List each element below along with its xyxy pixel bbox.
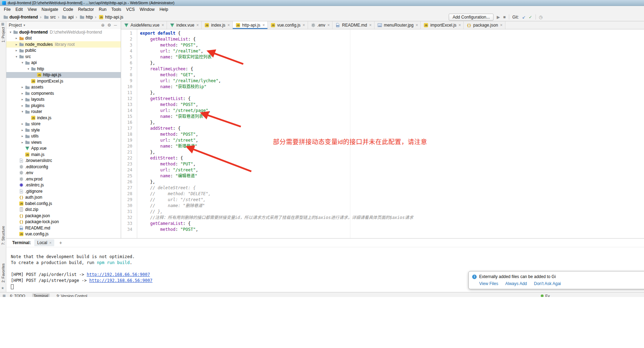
tree-item-gitignore[interactable]: .gitignore xyxy=(6,188,121,194)
tool-button-terminal[interactable]: Terminal xyxy=(32,293,50,297)
terminal-tab-local[interactable]: Local × xyxy=(34,239,54,246)
tool-button-project[interactable]: 1: Project xyxy=(0,27,6,42)
chevron-right-icon[interactable]: ▸ xyxy=(14,43,19,46)
tree-item-assets[interactable]: ▸assets xyxy=(6,84,121,91)
chevron-right-icon[interactable]: ▸ xyxy=(20,92,24,95)
code-line[interactable]: url: "/realTime/lychee", xyxy=(140,78,644,84)
code-line[interactable]: getCameraList: { xyxy=(140,221,644,227)
tree-item-app-vue[interactable]: App.vue xyxy=(6,145,121,152)
chevron-down-icon[interactable]: ▾ xyxy=(8,30,13,34)
tool-button-favorites[interactable]: 2: Favorites xyxy=(0,263,6,283)
line-number[interactable]: 28 xyxy=(121,191,132,197)
line-number[interactable]: 6 xyxy=(121,60,132,66)
code-line[interactable]: }, xyxy=(140,179,644,185)
line-number[interactable]: 2 xyxy=(121,36,132,42)
editor-tab-menurouter-jpg[interactable]: menuRouter.jpg× xyxy=(374,21,421,29)
menu-view[interactable]: View xyxy=(25,6,39,13)
code-line[interactable]: // }, xyxy=(140,209,644,215)
chevron-right-icon[interactable]: ▸ xyxy=(20,104,24,107)
close-icon[interactable]: × xyxy=(196,23,199,28)
code-line[interactable]: name: "获取巷道列表" xyxy=(140,114,644,120)
close-icon[interactable]: × xyxy=(415,23,418,28)
code-line[interactable]: method: "POST", xyxy=(140,42,644,48)
line-number[interactable]: 14 xyxy=(121,108,132,114)
tool-button-9-version-control[interactable]: 9: Version Control xyxy=(55,293,89,297)
code-line[interactable]: name: "获取荔枝的ip" xyxy=(140,84,644,90)
line-number[interactable]: 8 xyxy=(121,72,132,78)
tree-item-package-json[interactable]: {}package.json xyxy=(6,213,121,219)
history-icon[interactable]: ◷ xyxy=(539,15,542,19)
line-number[interactable]: 30 xyxy=(121,203,132,209)
tree-item-vue-config-js[interactable]: JSvue.config.js xyxy=(6,231,121,237)
code-line[interactable]: // url: "/street", xyxy=(140,197,644,203)
code-line[interactable]: editStreet: { xyxy=(140,155,644,161)
tree-item-eslintrc-js[interactable]: .eslintrc.js xyxy=(6,182,121,189)
tree-item-env-prod[interactable]: .env.prod xyxy=(6,176,121,182)
menu-refactor[interactable]: Refactor xyxy=(76,6,96,13)
code-line[interactable]: }, xyxy=(140,149,644,155)
code-line[interactable]: method: "POST", xyxy=(140,227,644,233)
code-line[interactable]: method: "GET", xyxy=(140,72,644,78)
tree-item-package-lock-json[interactable]: {}package-lock.json xyxy=(6,219,121,225)
line-number[interactable]: 17 xyxy=(121,126,132,132)
locate-icon[interactable]: ⊕ xyxy=(100,23,106,28)
line-number[interactable]: 31 xyxy=(121,209,132,215)
tree-item-router[interactable]: ▾router xyxy=(6,109,121,115)
notification-action-always-add[interactable]: Always Add xyxy=(505,281,527,286)
line-number[interactable]: 19 xyxy=(121,137,132,143)
tree-item-editorconfig[interactable]: .editorconfig xyxy=(6,164,121,170)
chevron-down-icon[interactable]: ▾ xyxy=(14,55,19,58)
tree-item-node-modules[interactable]: ▸node_moduleslibrary root xyxy=(6,41,121,48)
chevron-right-icon[interactable]: ▸ xyxy=(20,98,24,101)
tree-item-layouts[interactable]: ▸layouts xyxy=(6,97,121,103)
line-number[interactable]: 15 xyxy=(121,114,132,120)
tree-item-api[interactable]: ▾api xyxy=(6,60,121,66)
tree-item-plugins[interactable]: ▸plugins xyxy=(6,102,121,109)
hide-icon[interactable]: ─ xyxy=(112,23,118,28)
chevron-right-icon[interactable]: ▸ xyxy=(20,134,24,138)
chevron-right-icon[interactable]: ▸ xyxy=(20,122,24,126)
line-number[interactable]: 29 xyxy=(121,197,132,203)
editor-tab-asidemenu-vue[interactable]: AsideMenu.vue× xyxy=(121,21,167,29)
line-number[interactable]: 26 xyxy=(121,179,132,185)
code-line[interactable]: }, xyxy=(140,90,644,96)
tool-windows-icon[interactable]: ▦ xyxy=(2,294,8,297)
menu-run[interactable]: Run xyxy=(96,6,109,13)
tree-item-public[interactable]: ▸public xyxy=(6,48,121,54)
editor-tab-importexcel-js[interactable]: JSimportExcel.js× xyxy=(421,21,464,29)
editor-gutter[interactable]: 1234567891011121314151617181920212223242… xyxy=(121,29,137,238)
line-number[interactable]: 25 xyxy=(121,173,132,179)
code-line[interactable]: name: "编辑巷道" xyxy=(140,173,644,179)
tree-item-store[interactable]: ▸store xyxy=(6,121,121,127)
chevron-down-icon[interactable]: ▾ xyxy=(20,61,24,64)
project-panel-title[interactable]: Project xyxy=(9,23,22,28)
line-number[interactable]: 32 xyxy=(121,215,132,221)
tree-item-readme-md[interactable]: MDREADME.md xyxy=(6,225,121,231)
editor-tab-vue-config-js[interactable]: JSvue.config.js× xyxy=(268,21,308,29)
line-number[interactable]: 12 xyxy=(121,96,132,102)
breadcrumb-item-api[interactable]: api xyxy=(61,14,74,20)
line-number[interactable]: 27 xyxy=(121,185,132,191)
chevron-right-icon[interactable]: ▸ xyxy=(14,49,19,52)
tree-item-dist-zip[interactable]: dist.zip xyxy=(6,207,121,213)
line-number[interactable]: 1 xyxy=(121,30,132,36)
menu-navigate[interactable]: Navigate xyxy=(39,6,61,13)
editor-tab-http-api-js[interactable]: JShttp-api.js× xyxy=(233,21,268,29)
code-line[interactable]: }, xyxy=(140,60,644,66)
breadcrumb-item-duoji-frontend[interactable]: duoji-frontend xyxy=(3,14,38,20)
line-number[interactable]: 9 xyxy=(121,78,132,84)
menu-code[interactable]: Code xyxy=(61,6,76,13)
close-icon[interactable]: × xyxy=(49,241,51,245)
editor-tab-readme-md[interactable]: MDREADME.md× xyxy=(332,21,374,29)
close-icon[interactable]: × xyxy=(369,23,372,28)
close-icon[interactable]: × xyxy=(458,23,461,28)
code-line[interactable]: // name: "删除巷道" xyxy=(140,203,644,209)
line-number[interactable]: 16 xyxy=(121,120,132,126)
breadcrumb-item-src[interactable]: src xyxy=(43,14,56,20)
tree-item-index-js[interactable]: JSindex.js xyxy=(6,115,121,121)
terminal-link[interactable]: http://192.168.66.56:9007 xyxy=(87,272,150,277)
tree-item-utils[interactable]: ▸utils xyxy=(6,133,121,140)
code-line[interactable]: addStreet: { xyxy=(140,126,644,132)
tree-item-main-js[interactable]: JSmain.js xyxy=(6,151,121,158)
new-terminal-button[interactable]: + xyxy=(58,240,63,246)
